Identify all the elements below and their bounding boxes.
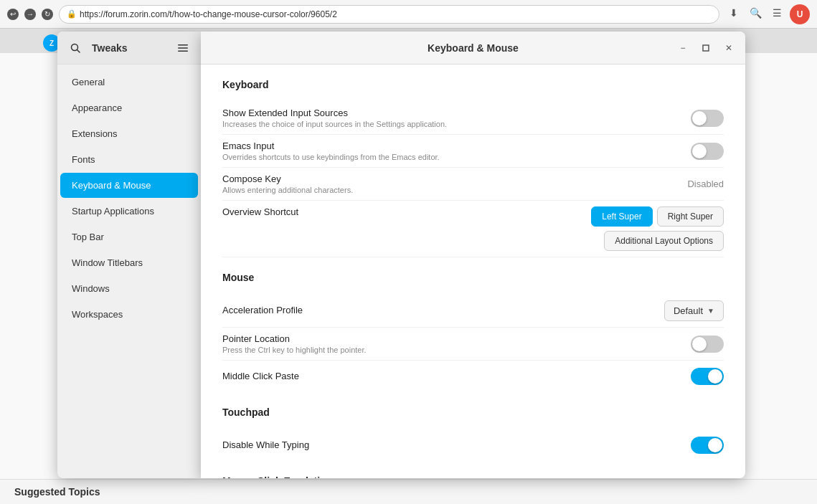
km-panel: Keyboard & Mouse − ✕ Keyboard Show Exten… <box>201 32 745 478</box>
suggested-topics-label: Suggested Topics <box>14 486 100 498</box>
accel-profile-dropdown[interactable]: Default ▼ <box>664 300 724 321</box>
tweaks-menu-button[interactable] <box>172 37 194 59</box>
window-controls: − ✕ <box>674 39 738 57</box>
nav-workspaces[interactable]: Workspaces <box>60 302 198 327</box>
accel-profile-row: Acceleration Profile Default ▼ <box>222 295 724 328</box>
suggested-topics-bar: Suggested Topics <box>0 479 817 504</box>
mouse-section: Mouse Acceleration Profile Default ▼ Poi… <box>222 272 724 392</box>
show-extended-row: Show Extended Input Sources Increases th… <box>222 102 724 135</box>
disable-typing-name: Disable While Typing <box>222 439 691 450</box>
browser-toolbar: ↩ → ↻ 🔒 https://forum.zorin.com/t/how-to… <box>0 0 817 29</box>
browser-actions: ⬇ 🔍 ☰ U <box>725 4 810 24</box>
middle-click-toggle[interactable] <box>691 368 724 385</box>
compose-key-name: Compose Key <box>222 173 687 184</box>
nav-window-titlebars[interactable]: Window Titlebars <box>60 250 198 275</box>
pointer-location-toggle[interactable] <box>691 336 724 353</box>
svg-rect-4 <box>178 50 188 52</box>
middle-click-row: Middle Click Paste <box>222 361 724 392</box>
accel-profile-info: Acceleration Profile <box>222 305 664 317</box>
compose-key-desc: Allows entering additional characters. <box>222 186 687 194</box>
pointer-location-name: Pointer Location <box>222 333 691 344</box>
emacs-input-info: Emacs Input Overrides shortcuts to use k… <box>222 141 691 161</box>
click-emulation-title: Mouse Click Emulation <box>222 475 724 478</box>
lock-icon: 🔒 <box>67 9 77 19</box>
accel-profile-name: Acceleration Profile <box>222 305 664 315</box>
profile-btn[interactable]: U <box>790 4 810 24</box>
show-extended-name: Show Extended Input Sources <box>222 108 691 118</box>
nav-extensions[interactable]: Extensions <box>60 121 198 146</box>
nav-general[interactable]: General <box>60 70 198 95</box>
middle-click-name: Middle Click Paste <box>222 371 691 381</box>
km-header: Keyboard & Mouse − ✕ <box>201 32 745 65</box>
svg-line-1 <box>77 49 80 52</box>
address-bar[interactable]: 🔒 https://forum.zorin.com/t/how-to-chang… <box>59 5 719 24</box>
svg-rect-3 <box>178 47 188 49</box>
super-key-buttons: Left Super Right Super <box>591 206 724 227</box>
dropdown-arrow-icon: ▼ <box>707 307 714 315</box>
right-super-button[interactable]: Right Super <box>657 206 724 227</box>
forward-icon: → <box>24 9 36 20</box>
emacs-input-name: Emacs Input <box>222 141 691 151</box>
accel-profile-value: Default <box>674 305 703 316</box>
km-body: Keyboard Show Extended Input Sources Inc… <box>201 65 745 478</box>
emacs-input-desc: Overrides shortcuts to use keybindings f… <box>222 153 691 161</box>
keyboard-section-title: Keyboard <box>222 79 724 90</box>
nav-appearance[interactable]: Appearance <box>60 95 198 120</box>
click-emulation-section: Mouse Click Emulation Fingers <box>222 475 724 478</box>
emacs-input-toggle[interactable] <box>691 143 724 160</box>
tweaks-nav: General Appearance Extensions Fonts Keyb… <box>57 65 201 478</box>
tweaks-sidebar: Tweaks General Appearance Extensions Fon… <box>57 32 201 478</box>
menu-btn[interactable]: ☰ <box>768 4 785 22</box>
search-btn[interactable]: 🔍 <box>747 4 764 22</box>
svg-rect-2 <box>178 44 188 46</box>
address-text: https://forum.zorin.com/t/how-to-change-… <box>80 9 337 19</box>
overview-shortcut-name: Overview Shortcut <box>222 206 591 217</box>
tweaks-title: Tweaks <box>92 42 166 54</box>
close-button[interactable]: ✕ <box>719 39 738 57</box>
nav-top-bar[interactable]: Top Bar <box>60 224 198 249</box>
pointer-location-info: Pointer Location Press the Ctrl key to h… <box>222 333 691 354</box>
nav-keyboard-mouse[interactable]: Keyboard & Mouse <box>60 173 198 198</box>
middle-click-info: Middle Click Paste <box>222 371 691 383</box>
compose-key-value: Disabled <box>687 179 724 189</box>
nav-startup-applications[interactable]: Startup Applications <box>60 199 198 224</box>
minimize-button[interactable]: − <box>674 39 692 57</box>
overview-shortcut-buttons: Left Super Right Super Additional Layout… <box>591 206 724 251</box>
km-panel-title: Keyboard & Mouse <box>428 42 519 54</box>
nav-fonts[interactable]: Fonts <box>60 147 198 172</box>
overview-shortcut-info: Overview Shortcut <box>222 206 591 219</box>
compose-key-info: Compose Key Allows entering additional c… <box>222 173 687 194</box>
left-super-button[interactable]: Left Super <box>591 206 652 227</box>
show-extended-info: Show Extended Input Sources Increases th… <box>222 108 691 128</box>
browser-icon: ↩ <box>7 9 19 20</box>
pointer-location-row: Pointer Location Press the Ctrl key to h… <box>222 328 724 361</box>
disable-typing-row: Disable While Typing <box>222 429 724 461</box>
additional-layout-button[interactable]: Additional Layout Options <box>604 231 724 251</box>
nav-windows[interactable]: Windows <box>60 276 198 301</box>
svg-rect-5 <box>703 45 709 51</box>
emacs-input-row: Emacs Input Overrides shortcuts to use k… <box>222 135 724 168</box>
mouse-section-title: Mouse <box>222 272 724 283</box>
touchpad-section: Touchpad Disable While Typing <box>222 406 724 461</box>
pointer-location-desc: Press the Ctrl key to highlight the poin… <box>222 346 691 354</box>
disable-typing-info: Disable While Typing <box>222 439 691 452</box>
show-extended-toggle[interactable] <box>691 110 724 127</box>
touchpad-section-title: Touchpad <box>222 406 724 418</box>
compose-key-row: Compose Key Allows entering additional c… <box>222 168 724 201</box>
show-extended-desc: Increases the choice of input sources in… <box>222 120 691 128</box>
tweaks-search-button[interactable] <box>65 37 86 59</box>
tweaks-header: Tweaks <box>57 32 201 65</box>
maximize-button[interactable] <box>696 39 715 57</box>
download-btn[interactable]: ⬇ <box>725 4 742 22</box>
overview-shortcut-row: Overview Shortcut Left Super Right Super… <box>222 201 724 257</box>
disable-typing-toggle[interactable] <box>691 437 724 454</box>
reload-icon: ↻ <box>42 9 53 20</box>
